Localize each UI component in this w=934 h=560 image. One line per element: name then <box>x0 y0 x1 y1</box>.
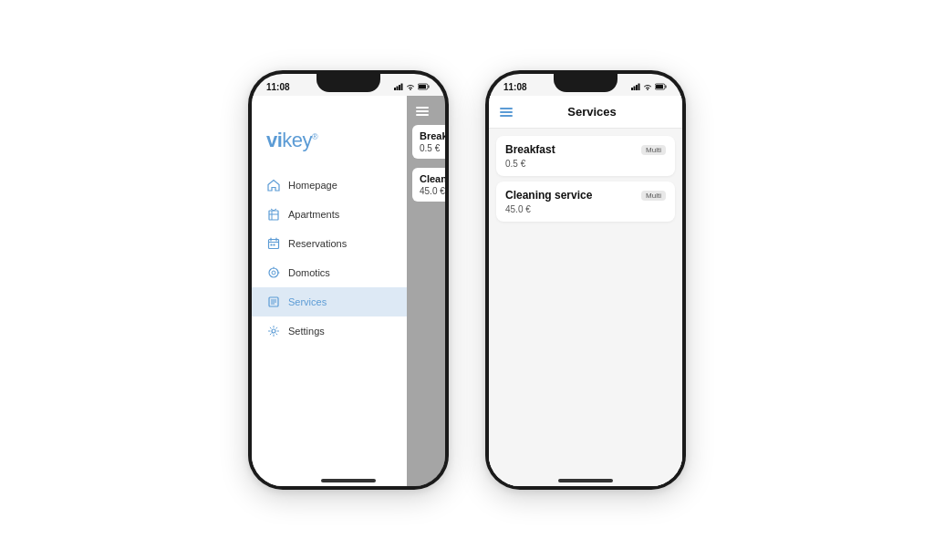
svg-rect-23 <box>631 88 633 90</box>
svg-point-4 <box>410 88 410 89</box>
svg-rect-15 <box>274 244 275 246</box>
apartments-icon <box>266 207 281 222</box>
svg-rect-24 <box>634 87 636 91</box>
time-1: 11:08 <box>266 82 290 92</box>
service-card-cleaning-overlay[interactable]: Cleanin... 45.0 € <box>412 168 445 202</box>
service-card-breakfast-overlay[interactable]: Breakf... 0.5 € <box>412 125 445 159</box>
svg-point-16 <box>269 268 278 277</box>
service-card-cleaning[interactable]: Cleaning service Multi 45.0 € <box>496 181 675 222</box>
service-badge-cleaning: Multi <box>641 191 666 201</box>
status-icons-1 <box>394 83 431 90</box>
sidebar-label-domotics: Domotics <box>288 267 330 278</box>
svg-rect-25 <box>636 85 638 90</box>
sidebar-item-homepage[interactable]: Homepage <box>252 171 407 200</box>
service-price-breakfast-overlay: 0.5 € <box>420 143 445 153</box>
scene: 11:08 <box>0 0 934 560</box>
phone2-menu-icon[interactable] <box>500 108 513 117</box>
svg-point-22 <box>272 329 275 333</box>
phone-1: 11:08 <box>248 70 449 490</box>
sidebar-item-reservations[interactable]: Reservations <box>252 229 407 258</box>
notch-1 <box>317 74 380 92</box>
service-badge-breakfast: Multi <box>641 145 666 155</box>
sidebar-label-reservations: Reservations <box>288 238 347 249</box>
phone-2: 11:08 <box>485 70 686 490</box>
svg-point-27 <box>647 88 648 89</box>
services-list: Breakfast Multi 0.5 € Cleaning service M… <box>489 129 682 486</box>
sidebar: vikey® Homepage <box>252 96 407 486</box>
home-indicator-1 <box>321 479 376 482</box>
phone2-content: Services Breakfast Multi 0.5 € Cleaning … <box>489 96 682 486</box>
svg-rect-0 <box>394 88 396 90</box>
sidebar-label-homepage: Homepage <box>288 180 337 191</box>
svg-point-17 <box>272 271 275 275</box>
status-icons-2 <box>631 83 668 90</box>
nav-items: Homepage <box>252 171 407 346</box>
wifi-icon <box>406 83 415 90</box>
signal-icon-2 <box>631 83 640 90</box>
service-price-breakfast: 0.5 € <box>505 159 666 169</box>
service-name-breakfast-overlay: Breakf... <box>420 130 445 141</box>
sidebar-item-services[interactable]: Services <box>252 287 407 316</box>
svg-rect-6 <box>419 85 426 88</box>
service-price-cleaning-overlay: 45.0 € <box>420 186 445 196</box>
time-2: 11:08 <box>503 82 527 92</box>
svg-rect-14 <box>271 244 273 246</box>
sidebar-item-apartments[interactable]: Apartments <box>252 200 407 229</box>
service-price-cleaning: 45.0 € <box>505 204 666 214</box>
home-icon <box>266 178 281 192</box>
wifi-icon-2 <box>643 83 652 90</box>
svg-rect-29 <box>656 85 663 88</box>
domotics-icon <box>266 265 281 280</box>
home-indicator-2 <box>558 479 613 482</box>
sidebar-item-domotics[interactable]: Domotics <box>252 258 407 287</box>
phone2-header: Services <box>489 96 682 129</box>
sidebar-label-apartments: Apartments <box>288 209 339 220</box>
svg-rect-2 <box>399 85 400 90</box>
page-title: Services <box>513 105 671 119</box>
service-card-breakfast[interactable]: Breakfast Multi 0.5 € <box>496 136 675 176</box>
svg-rect-1 <box>397 87 399 91</box>
battery-icon <box>418 83 431 90</box>
services-icon <box>266 295 281 309</box>
svg-rect-26 <box>638 84 640 91</box>
vikey-logo: vikey® <box>252 121 407 167</box>
battery-icon-2 <box>655 83 668 90</box>
service-name-cleaning-overlay: Cleanin... <box>420 173 445 184</box>
settings-icon <box>266 324 281 338</box>
service-name-breakfast: Breakfast <box>505 143 555 156</box>
services-overlay-panel: Breakf... 0.5 € Cleanin... 45.0 € <box>407 96 445 486</box>
signal-icon <box>394 83 403 90</box>
service-name-cleaning: Cleaning service <box>505 189 592 202</box>
sidebar-label-settings: Settings <box>288 326 325 337</box>
sidebar-label-services: Services <box>288 296 327 307</box>
hamburger-icon[interactable] <box>416 107 429 116</box>
svg-rect-7 <box>269 211 278 220</box>
phone1-content: vikey® Homepage <box>252 96 445 486</box>
notch-2 <box>554 74 617 92</box>
sidebar-item-settings[interactable]: Settings <box>252 316 407 346</box>
svg-rect-3 <box>401 84 403 91</box>
services-panel-header <box>407 103 445 119</box>
reservations-icon <box>266 236 281 251</box>
